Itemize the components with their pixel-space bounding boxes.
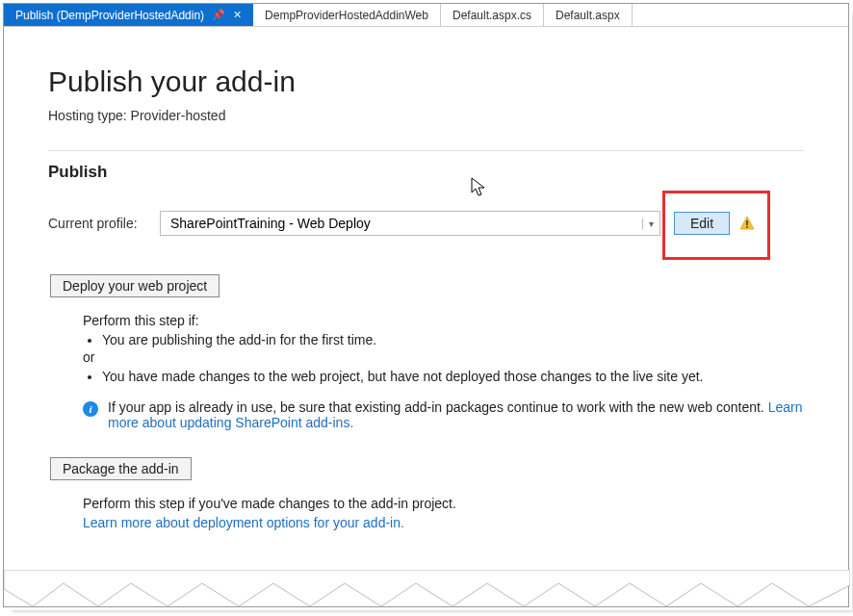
profile-label: Current profile: [48, 216, 146, 231]
package-step-body: Perform this step if you've made changes… [83, 496, 804, 530]
deploy-info-text: If your app is already in use, be sure t… [108, 399, 804, 430]
tab-publish[interactable]: Publish (DempProviderHostedAddin) 📌 ✕ [4, 4, 253, 26]
tab-label: Default.aspx [556, 9, 620, 22]
deploy-conditions: You are publishing the add-in for the fi… [83, 332, 804, 347]
tab-label: DempProviderHostedAddinWeb [265, 9, 428, 22]
edit-button[interactable]: Edit [674, 212, 730, 235]
publish-page: Publish (DempProviderHostedAddin) 📌 ✕ De… [3, 3, 849, 607]
svg-rect-1 [746, 220, 748, 225]
tab-label: Publish (DempProviderHostedAddin) [15, 9, 204, 22]
page-title: Publish your add-in [48, 65, 804, 98]
profile-row: Current profile: SharePointTraining - We… [48, 211, 804, 236]
deploy-cond-2: You have made changes to the web project… [102, 369, 804, 384]
deploy-cond-1: You are publishing the add-in for the fi… [102, 332, 804, 347]
deploy-info-row: i If your app is already in use, be sure… [83, 399, 804, 430]
torn-edge-decoration [4, 570, 850, 608]
hosting-type-label: Hosting type: Provider-hosted [48, 108, 804, 123]
package-intro: Perform this step if you've made changes… [83, 496, 804, 511]
tab-web-project[interactable]: DempProviderHostedAddinWeb [253, 4, 441, 26]
section-heading: Publish [48, 163, 804, 182]
package-addin-button[interactable]: Package the add-in [50, 457, 192, 480]
deploy-step-body: Perform this step if: You are publishing… [83, 313, 804, 430]
tab-default-cs[interactable]: Default.aspx.cs [441, 4, 544, 26]
learn-more-deployment-link[interactable]: Learn more about deployment options for … [83, 515, 404, 530]
deploy-web-project-button[interactable]: Deploy your web project [50, 274, 220, 297]
deploy-or: or [83, 349, 804, 365]
tab-label: Default.aspx.cs [452, 9, 531, 22]
pin-icon[interactable]: 📌 [212, 9, 225, 21]
info-icon: i [83, 401, 98, 417]
deploy-info-prefix: If your app is already in use, be sure t… [108, 399, 768, 415]
warning-icon [739, 216, 755, 231]
tab-default-aspx[interactable]: Default.aspx [544, 4, 633, 26]
close-icon[interactable]: ✕ [233, 9, 242, 21]
edit-area: Edit [674, 212, 755, 235]
divider [48, 150, 804, 151]
svg-rect-2 [746, 226, 748, 228]
deploy-intro: Perform this step if: [83, 313, 804, 328]
profile-selected-value: SharePointTraining - Web Deploy [170, 216, 371, 231]
deploy-conditions-2: You have made changes to the web project… [83, 369, 804, 384]
chevron-down-icon: ▾ [642, 218, 654, 229]
profile-dropdown[interactable]: SharePointTraining - Web Deploy ▾ [160, 211, 660, 236]
svg-marker-4 [4, 570, 850, 606]
content-area: Publish your add-in Hosting type: Provid… [4, 27, 848, 530]
document-tabbar: Publish (DempProviderHostedAddin) 📌 ✕ De… [4, 4, 848, 27]
